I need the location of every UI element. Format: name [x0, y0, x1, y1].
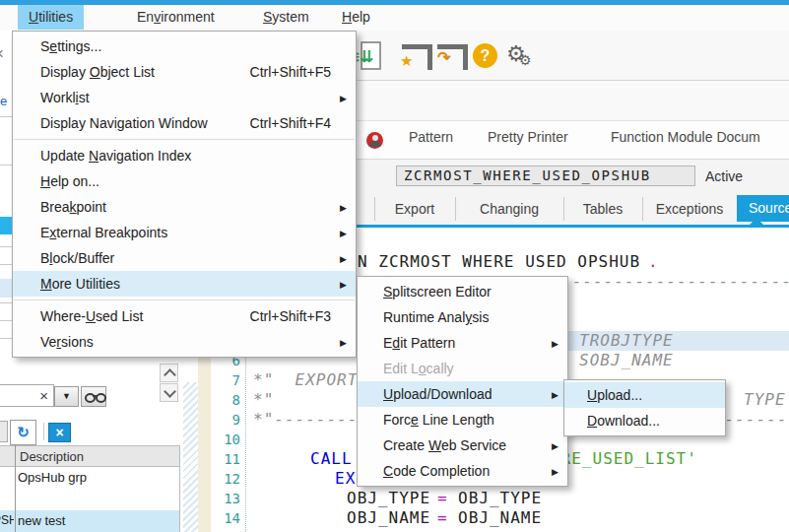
link-text-fragment[interactable]: e — [0, 94, 7, 108]
code-token: OBJ_TYPE — [458, 489, 542, 508]
customize-layout-gear-icon[interactable]: ⚙ ⚙ — [506, 43, 540, 73]
shortcut-label: Ctrl+Shift+F4 — [250, 110, 331, 136]
close-icon[interactable]: × — [0, 44, 4, 64]
code-token: OBJ_NAME — [458, 508, 542, 528]
partial-icon — [0, 421, 8, 442]
panel-splitter[interactable] — [183, 382, 198, 532]
submenu-arrow-icon: ▶ — [552, 459, 559, 485]
menu-item-breakpoint[interactable]: Breakpoint▶ — [13, 194, 356, 220]
menu-item-runtime-analysis[interactable]: Runtime Analysis — [358, 304, 567, 330]
menu-item-create-web-service[interactable]: Create Web Service▶ — [358, 432, 567, 458]
menu-item-splitscreen-editor[interactable]: Splitscreen Editor — [358, 279, 567, 304]
menu-item-display-navigation-window[interactable]: Display Navigation WindowCtrl+Shift+F4 — [13, 110, 356, 136]
code-token: N ZCRMOST WHERE USED OPSHUB — [358, 252, 640, 272]
table-header: Description — [0, 445, 179, 467]
menu-bar: UtilitiesEnvironmentSystemHelp — [0, 5, 789, 32]
refresh-icon: ↻ — [11, 421, 35, 443]
submenu-arrow-icon: ▶ — [340, 86, 347, 111]
function-module-name-field[interactable]: ZCRMOST_WHERE_USED_OPSHUB — [396, 166, 695, 186]
display-glasses-button[interactable] — [81, 386, 106, 407]
sap-gui-window: UtilitiesEnvironmentSystemHelp ∊⇊ ★ ↷ ? … — [0, 0, 789, 532]
menu-item-external-breakpoints[interactable]: External Breakpoints▶ — [13, 220, 356, 245]
table-row[interactable]: OpsHub grp — [0, 467, 179, 489]
code-token: TYPE — [744, 390, 786, 410]
line-number: 11 — [209, 449, 240, 469]
new-session-star-icon[interactable]: ★ — [402, 44, 433, 70]
description-cell: new test — [18, 513, 65, 528]
scroll-down-button[interactable] — [160, 383, 178, 402]
close-list-button[interactable]: × — [48, 423, 71, 442]
search-input[interactable]: × — [0, 384, 54, 407]
object-name-cell: PSH — [0, 513, 14, 527]
menu-separator — [14, 299, 355, 300]
code-token: CALL — [310, 449, 353, 469]
menu-separator — [14, 139, 355, 140]
tab-export[interactable]: Export — [374, 197, 456, 221]
help-icon[interactable]: ? — [473, 43, 497, 68]
description-column-header: Description — [20, 449, 84, 464]
table-row[interactable] — [0, 489, 179, 510]
line-number: 8 — [209, 390, 240, 410]
menu-item-versions[interactable]: Versions▶ — [13, 329, 356, 355]
menu-item-upload[interactable]: Upload... — [564, 382, 725, 408]
menubar-item-help[interactable]: Help — [331, 5, 381, 30]
code-token: = — [437, 508, 448, 528]
menu-item-download[interactable]: Download... — [564, 408, 725, 433]
upload-download-submenu: Upload...Download... — [563, 379, 726, 436]
menubar-item-system[interactable]: System — [252, 5, 320, 30]
clear-x-icon[interactable]: × — [39, 386, 48, 405]
submenu-arrow-icon: ▶ — [552, 331, 559, 357]
menu-item-display-object-list[interactable]: Display Object ListCtrl+Shift+F5 — [13, 59, 356, 85]
menu-item-edit-pattern[interactable]: Edit Pattern▶ — [358, 330, 567, 356]
menubar-item-utilities[interactable]: Utilities — [18, 5, 84, 30]
menu-item-help-on[interactable]: Help on... — [13, 168, 356, 194]
scroll-up-button[interactable] — [160, 364, 178, 382]
menu-item-upload-download[interactable]: Upload/Download▶ — [358, 381, 567, 407]
utilities-menu: Settings...Display Object ListCtrl+Shift… — [12, 31, 357, 358]
submenu-arrow-icon: ▶ — [340, 272, 347, 298]
menu-item-worklist[interactable]: Worklist▶ — [13, 85, 356, 110]
code-token: = — [437, 489, 448, 508]
refresh-button[interactable]: ↻ — [10, 420, 36, 445]
menu-item-block-buffer[interactable]: Block/Buffer▶ — [13, 245, 356, 271]
pretty-printer-button[interactable]: Pretty Printer — [488, 129, 568, 145]
dropdown-button[interactable]: ▼ — [54, 386, 79, 407]
tab-exceptions[interactable]: Exceptions — [642, 197, 738, 221]
toolbar-separator — [43, 423, 44, 440]
menu-item-update-navigation-index[interactable]: Update Navigation Index — [13, 143, 356, 168]
menu-item-force-line-length[interactable]: Force Line Length — [358, 407, 567, 432]
chevron-up-icon — [164, 368, 176, 381]
menu-item-edit-locally: Edit Locally — [358, 356, 567, 381]
tab-changing[interactable]: Changing — [455, 197, 564, 221]
submenu-arrow-icon: ▶ — [340, 246, 347, 272]
line-number: 9 — [209, 410, 240, 430]
menu-item-more-utilities[interactable]: More Utilities▶ — [13, 271, 356, 297]
line-number: 7 — [209, 370, 240, 390]
menu-item-code-completion[interactable]: Code Completion▶ — [358, 458, 567, 484]
code-token: OBJ_NAME — [347, 508, 430, 528]
line-number: 13 — [209, 489, 240, 508]
description-table: Description OpsHub grpPSHnew test — [0, 445, 180, 532]
active-tab-notch — [749, 218, 764, 226]
code-token: . — [648, 252, 659, 272]
menu-item-settings[interactable]: Settings... — [13, 33, 356, 59]
tab-tables[interactable]: Tables — [563, 197, 643, 221]
function-module-docu-button[interactable]: Function Module Docum — [611, 129, 760, 145]
line-number: 12 — [209, 469, 240, 489]
menubar-item-environment[interactable]: Environment — [126, 5, 226, 30]
tab-partial[interactable] — [357, 197, 375, 221]
submenu-arrow-icon: ▶ — [552, 433, 559, 459]
menu-item-where-used-list[interactable]: Where-Used ListCtrl+Shift+F3 — [13, 303, 356, 329]
table-row[interactable]: PSHnew test — [0, 510, 179, 532]
table-column-divider — [15, 445, 16, 532]
code-token: TROBJTYPE — [579, 331, 674, 351]
chevron-down-icon: ▼ — [55, 387, 78, 406]
status-label: Active — [705, 168, 743, 184]
create-shortcut-icon[interactable]: ↷ — [437, 44, 469, 70]
chevron-down-icon — [164, 385, 176, 398]
more-utilities-submenu: Splitscreen EditorRuntime AnalysisEdit P… — [357, 276, 568, 487]
line-number: 14 — [209, 508, 240, 528]
submenu-arrow-icon: ▶ — [340, 221, 347, 246]
line-number: 10 — [209, 430, 240, 449]
pattern-button[interactable]: Pattern — [409, 129, 453, 145]
